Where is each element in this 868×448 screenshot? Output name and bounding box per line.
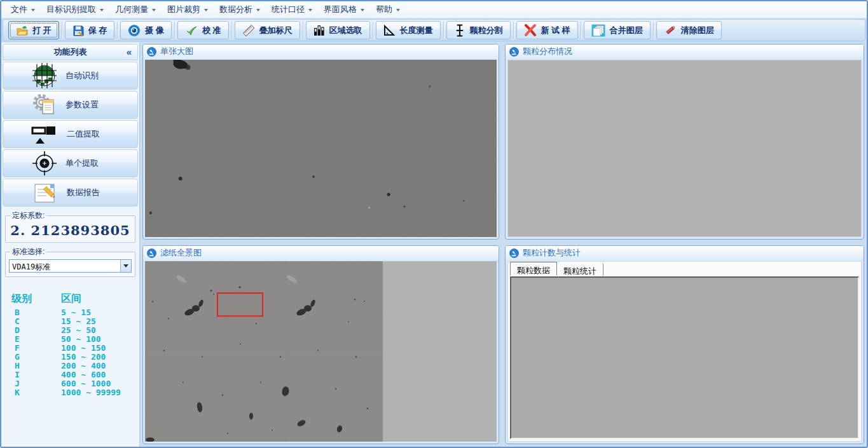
chevron-down-icon bbox=[31, 9, 35, 11]
data-report-button[interactable]: 数据报告 bbox=[3, 179, 138, 207]
auto-recognize-button[interactable]: 自动识别 bbox=[3, 62, 138, 90]
menu-target-recognition[interactable]: 目标识别提取 bbox=[41, 1, 109, 18]
particle-statistics-panel-header: 颗粒计数与统计 bbox=[506, 246, 864, 260]
particle-distribution-canvas[interactable] bbox=[507, 60, 862, 237]
toolbar-separator bbox=[443, 22, 444, 39]
binary-extract-button[interactable]: 二值提取 bbox=[3, 120, 138, 148]
merge-layers-button[interactable]: 合并图层 bbox=[584, 21, 651, 39]
open-button[interactable]: 打 开 bbox=[8, 21, 59, 39]
menu-data-analysis[interactable]: 数据分析 bbox=[214, 1, 266, 18]
chevron-down-icon bbox=[123, 264, 128, 268]
save-floppy-icon bbox=[72, 25, 84, 36]
overlay-ruler-button[interactable]: 叠加标尺 bbox=[235, 21, 300, 39]
filter-panorama-viewer[interactable] bbox=[145, 261, 497, 442]
calibration-groupbox: 定标系数: 2. 2123893805 bbox=[5, 210, 135, 243]
binary-extract-icon bbox=[31, 123, 59, 146]
particle-distribution-panel: 颗粒分布情况 bbox=[505, 44, 864, 240]
calibration-value: 2. 2123893805 bbox=[7, 222, 134, 240]
microscope-icon bbox=[147, 47, 156, 57]
table-row: J600 ~ 1000 bbox=[11, 379, 138, 388]
particle-statistics-body: 颗粒数据 颗粒统计 bbox=[507, 261, 862, 442]
length-measure-button[interactable]: 长度测量 bbox=[376, 21, 441, 39]
toolbar-separator bbox=[174, 22, 175, 39]
app-window: 文件 目标识别提取 几何测量 图片裁剪 数据分析 统计口径 界面风格 帮助 打 … bbox=[0, 0, 868, 448]
menu-statistics-caliber[interactable]: 统计口径 bbox=[266, 1, 318, 18]
calibrate-button[interactable]: 校 准 bbox=[177, 21, 229, 39]
tab-particle-statistics[interactable]: 颗粒统计 bbox=[557, 264, 603, 276]
panel-title: 颗粒计数与统计 bbox=[523, 247, 581, 259]
particle-data-grid[interactable] bbox=[510, 276, 859, 439]
level-column-header: 级别 bbox=[11, 292, 61, 306]
chevron-down-icon bbox=[100, 9, 104, 11]
standard-label: 标准选择: bbox=[10, 247, 46, 257]
standard-selected-value: VDA19标准 bbox=[10, 260, 120, 272]
overlay-ruler-icon bbox=[242, 24, 255, 37]
toolbar-separator bbox=[231, 22, 232, 39]
new-sample-icon bbox=[524, 24, 537, 36]
clear-layers-button[interactable]: 清除图层 bbox=[656, 21, 722, 39]
save-button[interactable]: 保 存 bbox=[65, 21, 115, 39]
particle-distribution-panel-header: 颗粒分布情况 bbox=[506, 44, 864, 58]
toolbar-separator bbox=[581, 22, 581, 39]
microscope-icon bbox=[509, 47, 519, 57]
toolbar-separator bbox=[303, 22, 303, 39]
table-row: D25 ~ 50 bbox=[11, 326, 138, 335]
particle-split-icon bbox=[454, 24, 465, 37]
standard-select[interactable]: VDA19标准 bbox=[9, 259, 132, 273]
region-select-button[interactable]: 区域选取 bbox=[306, 21, 370, 39]
chevron-down-icon bbox=[308, 9, 312, 11]
toolbar-separator bbox=[653, 22, 654, 39]
particle-split-button[interactable]: 颗粒分割 bbox=[446, 21, 511, 39]
chevron-down-icon bbox=[152, 9, 156, 11]
sidebar-button-list: 自动识别 参数设置 bbox=[3, 62, 138, 207]
single-image-panel: 单张大图 bbox=[142, 44, 499, 240]
parameter-settings-icon bbox=[31, 92, 58, 118]
menu-ui-style[interactable]: 界面风格 bbox=[318, 1, 370, 18]
filter-panorama-panel: 滤纸全景图 bbox=[142, 245, 499, 444]
sidebar-header: 功能列表 « bbox=[3, 44, 138, 60]
combo-dropdown-button[interactable] bbox=[120, 260, 131, 272]
calibration-label: 定标系数: bbox=[10, 210, 46, 221]
toolbar-container: 打 开 保 存 bbox=[1, 18, 867, 43]
merge-layers-icon bbox=[591, 24, 605, 37]
length-measure-icon bbox=[383, 25, 396, 36]
table-row: E50 ~ 100 bbox=[11, 335, 138, 344]
microscope-icon bbox=[147, 248, 156, 258]
toolbar-separator bbox=[373, 22, 373, 39]
single-image-canvas bbox=[145, 60, 497, 237]
tab-particle-data[interactable]: 颗粒数据 bbox=[510, 262, 557, 276]
single-image-viewer[interactable] bbox=[145, 60, 497, 237]
camera-icon bbox=[128, 24, 141, 37]
chevron-down-icon bbox=[361, 9, 364, 11]
parameter-settings-button[interactable]: 参数设置 bbox=[3, 91, 138, 119]
toolbar: 打 开 保 存 bbox=[3, 19, 865, 41]
table-row: I400 ~ 600 bbox=[11, 370, 138, 379]
menu-bar: 文件 目标识别提取 几何测量 图片裁剪 数据分析 统计口径 界面风格 帮助 bbox=[1, 1, 867, 18]
toolbar-separator bbox=[117, 22, 118, 39]
calibrate-check-icon bbox=[185, 25, 198, 36]
collapse-sidebar-icon[interactable]: « bbox=[127, 46, 132, 57]
standard-groupbox: 标准选择: VDA19标准 bbox=[5, 247, 135, 277]
camera-button[interactable]: 摄 像 bbox=[120, 21, 172, 39]
table-row: B5 ~ 15 bbox=[11, 308, 138, 317]
open-folder-icon bbox=[16, 25, 28, 36]
toolbar-separator bbox=[513, 22, 514, 39]
auto-recognize-icon bbox=[31, 63, 58, 88]
menu-image-crop[interactable]: 图片裁剪 bbox=[162, 1, 214, 18]
menu-help[interactable]: 帮助 bbox=[370, 1, 406, 18]
chevron-down-icon bbox=[256, 9, 260, 11]
clear-layers-icon bbox=[664, 24, 677, 36]
new-sample-button[interactable]: 新 试 样 bbox=[516, 21, 578, 39]
chevron-down-icon bbox=[396, 9, 400, 11]
menu-file[interactable]: 文件 bbox=[5, 1, 41, 18]
panel-grid: 单张大图 bbox=[140, 43, 867, 447]
function-sidebar: 功能列表 « 自动识别 bbox=[1, 43, 140, 447]
menu-geometry-measure[interactable]: 几何测量 bbox=[109, 1, 162, 18]
single-extract-button[interactable]: 单个提取 bbox=[3, 149, 138, 177]
table-row: C15 ~ 25 bbox=[11, 317, 138, 326]
level-table-header: 级别 区间 bbox=[11, 292, 138, 306]
table-row: G150 ~ 200 bbox=[11, 353, 138, 362]
particle-statistics-panel: 颗粒计数与统计 颗粒数据 颗粒统计 bbox=[505, 245, 864, 444]
single-extract-icon bbox=[31, 150, 58, 177]
panel-title: 滤纸全景图 bbox=[160, 247, 202, 259]
